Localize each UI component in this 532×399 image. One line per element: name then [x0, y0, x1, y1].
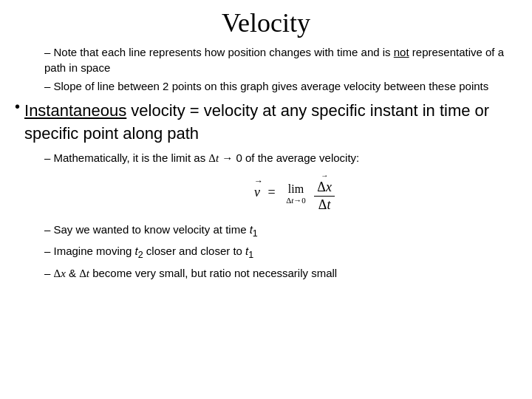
main-bullet: • Instantaneous velocity = velocity at a… — [15, 100, 517, 146]
fraction: → Δx Δt — [314, 175, 335, 213]
vel-bullet-2-text: Imagine moving t2 closer and closer to t… — [54, 245, 254, 257]
math-intro-bullet: Mathematically, it is the limit as Δt → … — [44, 150, 517, 166]
lim-operator: lim Δt→0 — [286, 183, 306, 205]
fraction-numerator: → Δx — [314, 175, 335, 197]
first-bullet-list: Note that each line represents how posit… — [44, 44, 517, 94]
bullet-1-text-before: Note that each line represents how posit… — [54, 46, 394, 58]
math-intro-text: Mathematically, it is the limit as — [54, 151, 209, 164]
main-bullet-section: • Instantaneous velocity = velocity at a… — [15, 100, 517, 146]
bullet-dot: • — [15, 98, 20, 115]
math-formula: → v = lim Δt→0 → Δx Δt — [74, 175, 517, 213]
bullet-text: Instantaneous velocity = velocity at any… — [24, 100, 517, 146]
velocity-bullets: Say we wanted to know velocity at time t… — [44, 222, 517, 282]
equals-sign: = — [268, 185, 276, 200]
bullet-1-underline: not — [394, 46, 409, 58]
instantaneous-label: Instantaneous velocity = velocity at any… — [24, 101, 489, 143]
velocity-bullet-1: Say we wanted to know velocity at time t… — [44, 222, 517, 241]
lim-subscript: Δt→0 — [286, 196, 306, 205]
bullet-2-text: Slope of line between 2 points on this g… — [54, 80, 489, 92]
bullet-item-1: Note that each line represents how posit… — [44, 44, 517, 75]
vel-bullet-3-text: Δx & Δt become very small, but ratio not… — [54, 267, 338, 279]
arrow-zero: → 0 of the average velocity: — [219, 151, 359, 164]
velocity-bullet-2: Imagine moving t2 closer and closer to t… — [44, 243, 517, 262]
page-title: Velocity — [15, 7, 517, 38]
second-bullet-list: Mathematically, it is the limit as Δt → … — [44, 150, 517, 166]
vel-bullet-1-text: Say we wanted to know velocity at time t… — [54, 223, 258, 236]
fraction-denominator: Δt — [316, 197, 334, 213]
velocity-bullet-3: Δx & Δt become very small, but ratio not… — [44, 265, 517, 282]
delta-t: Δt — [208, 152, 219, 164]
instantaneous-underline: Instantaneous — [24, 101, 126, 120]
bullet-item-2: Slope of line between 2 points on this g… — [44, 78, 517, 94]
lim-word: lim — [288, 183, 304, 196]
vec-v-symbol: → v — [254, 179, 260, 200]
